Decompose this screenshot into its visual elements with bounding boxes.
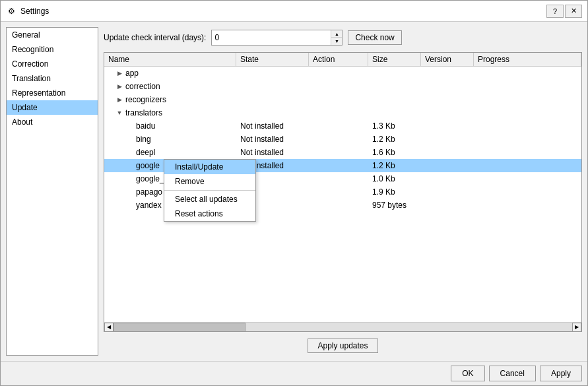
expander-recognizers[interactable]: ▶ [115, 95, 124, 104]
tree-row-baidu[interactable]: baidu Not installed 1.3 Kb [104, 119, 581, 133]
expander-app[interactable]: ▶ [115, 69, 124, 78]
cancel-button[interactable]: Cancel [489, 366, 536, 381]
tree-cell-baidu-version [421, 125, 474, 127]
spin-up-button[interactable]: ▲ [331, 30, 342, 38]
expander-baidu [125, 121, 135, 131]
tree-cell-recognizers-progress [474, 99, 581, 100]
ok-button[interactable]: OK [451, 366, 484, 381]
tree-cell-google-size: 1.2 Kb [368, 160, 421, 171]
tree-label-app: app [125, 69, 139, 78]
tree-cell-papago-progress [474, 191, 581, 193]
dialog-footer: OK Cancel Apply [1, 361, 587, 385]
tree-cell-baidu-name: baidu [104, 121, 236, 131]
tree-cell-deepl-name: deepl [104, 147, 236, 158]
sidebar-item-update[interactable]: Update [7, 100, 98, 115]
tree-cell-recognizers-size [368, 99, 421, 100]
close-button[interactable]: ✕ [565, 5, 582, 18]
sidebar-item-general[interactable]: General [7, 28, 98, 42]
expander-correction[interactable]: ▶ [115, 82, 124, 91]
tree-label-deepl: deepl [136, 148, 155, 157]
tree-cell-app-size [368, 73, 421, 74]
tree-cell-yandex-version [421, 205, 474, 206]
tree-row-google[interactable]: google Not installed 1.2 Kb Install/Upda… [104, 159, 581, 172]
horizontal-scrollbar[interactable]: ◀ ▶ [104, 322, 581, 331]
expander-deepl [125, 148, 135, 157]
expander-papago [125, 187, 135, 197]
tree-cell-baidu-state: Not installed [236, 121, 309, 131]
scroll-left-button[interactable]: ◀ [104, 323, 114, 332]
apply-button[interactable]: Apply [540, 366, 582, 381]
tree-cell-correction-version [421, 86, 474, 87]
tree-row-translators[interactable]: ▼ translators [104, 106, 581, 119]
tree-cell-bing-action [309, 139, 368, 140]
tree-table-header: Name State Action Size Version Progress [104, 53, 581, 67]
tree-cell-baidu-action [309, 125, 368, 127]
sidebar-item-representation[interactable]: Representation [7, 86, 98, 100]
ctx-remove[interactable]: Remove [164, 174, 255, 189]
expander-google-api [125, 174, 135, 183]
tree-cell-google-action [309, 165, 368, 166]
tree-cell-recognizers-state [236, 99, 309, 100]
tree-cell-bing-progress [474, 139, 581, 140]
scroll-right-button[interactable]: ▶ [572, 323, 581, 332]
tree-cell-papago-action [309, 191, 368, 193]
window-body: GeneralRecognitionCorrectionTranslationR… [1, 22, 587, 361]
tree-row-bing[interactable]: bing Not installed 1.2 Kb [104, 133, 581, 146]
tree-label-baidu: baidu [136, 121, 155, 131]
expander-translators[interactable]: ▼ [115, 108, 124, 117]
sidebar-item-about[interactable]: About [7, 115, 98, 129]
help-button[interactable]: ? [546, 5, 564, 18]
tree-row-correction[interactable]: ▶ correction [104, 80, 581, 93]
apply-updates-button[interactable]: Apply updates [308, 338, 377, 353]
tree-cell-correction-state [236, 86, 309, 87]
sidebar-item-recognition[interactable]: Recognition [7, 42, 98, 57]
scrollbar-thumb[interactable] [114, 323, 245, 332]
tree-label-translators: translators [125, 108, 162, 117]
context-menu: Install/Update Remove Select all updates… [164, 159, 256, 222]
title-controls: ? ✕ [546, 5, 582, 18]
sidebar: GeneralRecognitionCorrectionTranslationR… [6, 27, 98, 356]
tree-cell-correction-progress [474, 86, 581, 87]
tree-cell-translators-state [236, 112, 309, 113]
tree-cell-yandex-size: 957 bytes [368, 200, 421, 210]
bottom-bar: Apply updates [104, 336, 582, 356]
tree-cell-baidu-progress [474, 125, 581, 127]
expander-bing [125, 135, 135, 144]
col-header-name: Name [104, 53, 236, 66]
title-bar: ⚙ Settings ? ✕ [1, 1, 587, 22]
tree-label-bing: bing [136, 135, 151, 144]
settings-window: ⚙ Settings ? ✕ GeneralRecognitionCorrect… [0, 0, 588, 386]
tree-cell-translators-size [368, 112, 421, 113]
tree-cell-yandex-action [309, 205, 368, 206]
update-interval-input[interactable] [212, 30, 331, 45]
tree-label-recognizers: recognizers [125, 95, 166, 104]
tree-row-app[interactable]: ▶ app [104, 67, 581, 80]
tree-row-recognizers[interactable]: ▶ recognizers [104, 93, 581, 106]
tree-cell-app-state [236, 73, 309, 74]
ctx-select-all-updates[interactable]: Select all updates [164, 192, 255, 207]
tree-cell-deepl-size: 1.6 Kb [368, 147, 421, 158]
col-header-version: Version [421, 53, 474, 66]
tree-row-deepl[interactable]: deepl Not installed 1.6 Kb [104, 146, 581, 159]
tree-cell-papago-version [421, 191, 474, 193]
sidebar-item-translation[interactable]: Translation [7, 71, 98, 86]
ctx-reset-actions[interactable]: Reset actions [164, 207, 255, 221]
tree-cell-app-version [421, 73, 474, 74]
sidebar-item-correction[interactable]: Correction [7, 57, 98, 71]
tree-cell-deepl-progress [474, 152, 581, 153]
spin-down-button[interactable]: ▼ [331, 38, 342, 45]
col-header-state: State [236, 53, 309, 66]
ctx-install-update[interactable]: Install/Update [164, 160, 255, 174]
tree-label-yandex: yandex [136, 201, 162, 210]
tree-cell-translators-name: ▼ translators [104, 108, 236, 118]
tree-cell-recognizers-action [309, 99, 368, 100]
tree-cell-translators-progress [474, 112, 581, 113]
main-content: Update check interval (days): ▲ ▼ Check … [104, 27, 582, 356]
tree-cell-google-api-size: 1.0 Kb [368, 174, 421, 184]
window-icon: ⚙ [6, 6, 16, 16]
tree-cell-google-version [421, 165, 474, 166]
tree-cell-correction-action [309, 86, 368, 87]
tree-cell-app-progress [474, 73, 581, 74]
scrollbar-track[interactable] [114, 323, 572, 332]
check-now-button[interactable]: Check now [348, 30, 401, 45]
